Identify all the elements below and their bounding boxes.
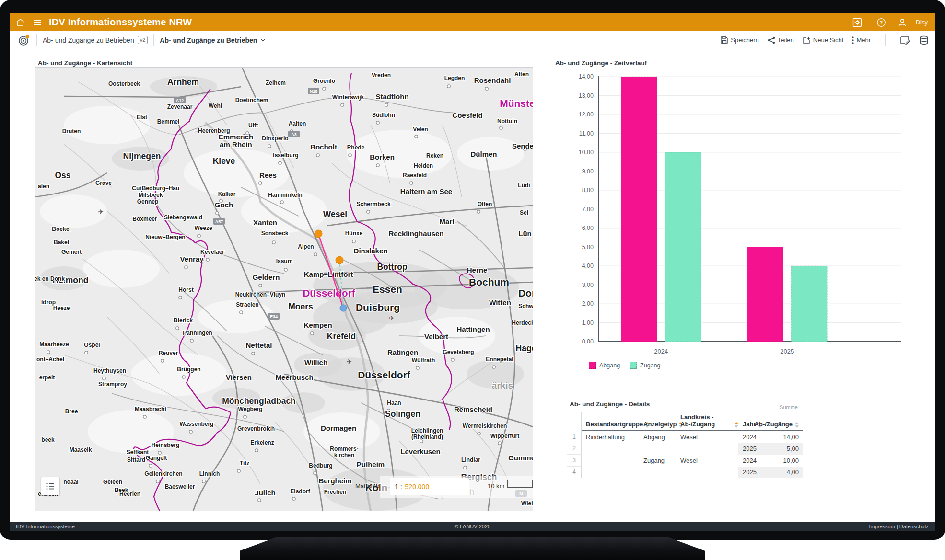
view-label: Ab- und Zugänge zu Betrieben: [160, 36, 257, 44]
help-icon[interactable]: ?: [875, 16, 888, 29]
map-label: Dinslaken: [354, 247, 388, 255]
map-label: ndaal: [63, 479, 78, 485]
map-label: Witten: [489, 298, 511, 307]
map-label: Mönchengladbach: [222, 396, 296, 406]
map-label: Boekel: [52, 226, 70, 232]
table-cell: Abgang: [639, 431, 676, 443]
scale-input[interactable]: 1 : 520.000: [390, 478, 469, 495]
home-icon[interactable]: [13, 16, 27, 29]
save-button[interactable]: Speichern: [720, 36, 759, 44]
table-header-3[interactable]: Landkreis - Ab-/Zugang: [676, 412, 738, 431]
map-label: Boxmeer: [132, 216, 157, 222]
map-label: Erkelenz: [250, 439, 274, 446]
row-index-cell: 4: [567, 467, 582, 479]
scale-prefix: 1 :: [395, 483, 402, 491]
user-icon[interactable]: [896, 16, 909, 29]
map-label: Wehl: [209, 103, 222, 109]
map-label: Herne: [467, 266, 488, 274]
user-name[interactable]: Disy: [916, 19, 928, 26]
y-tick-label: 6,00: [582, 225, 594, 231]
menu-icon[interactable]: [31, 16, 44, 29]
map-marker-orange[interactable]: [336, 256, 343, 264]
footer-links[interactable]: Impressum | Datenschutz: [869, 524, 929, 529]
y-tick-label: 14,00: [579, 73, 594, 80]
more-button[interactable]: Mehr: [852, 36, 871, 44]
version-badge: v2: [138, 36, 148, 44]
workspace-icon[interactable]: [17, 34, 31, 47]
table-cell: [582, 443, 639, 455]
map-label: Titz: [240, 460, 249, 467]
map-label: Kevelaer: [200, 249, 224, 255]
table-cell: [639, 443, 676, 455]
table-row[interactable]: 420254,00: [567, 467, 803, 479]
bar-abgang-2025[interactable]: [747, 247, 783, 342]
map-label: Reuver: [159, 350, 178, 356]
map-canvas: ✈✈✈A12N18A3A57E34MOosterbeekArnhemZelhem…: [35, 68, 533, 511]
map-label: Bree: [65, 408, 78, 415]
bar-chart[interactable]: 0,001,002,003,004,005,006,007,008,009,00…: [552, 71, 907, 368]
table-row[interactable]: 3ZugangWesel202410,00: [567, 455, 803, 467]
table-cell: Wesel: [676, 431, 738, 443]
workspace-selector[interactable]: Ab- und Zugänge zu Betrieben v2: [43, 36, 148, 44]
map-label: Senden: [512, 142, 533, 150]
workspace-label: Ab- und Zugänge zu Betrieben: [43, 36, 134, 44]
table-cell: [676, 443, 738, 455]
table-cell: 10,00: [770, 455, 803, 467]
table-header-5[interactable]: Ab-/ZugängeSumme: [770, 412, 803, 431]
map-label: Wegberg: [238, 406, 262, 412]
map-label: Ospel: [84, 342, 100, 348]
share-button[interactable]: Teilen: [768, 36, 794, 44]
map-label: Leichlingen(Rheinland): [411, 427, 443, 440]
legend-item-zugang[interactable]: Zugang: [630, 362, 660, 369]
footer-left: IDV Informationssysteme: [16, 524, 75, 529]
map-label: Winterswijk: [332, 94, 364, 101]
map-label: Stadtlohn: [375, 92, 408, 101]
map-label: Druten: [62, 128, 81, 135]
bar-zugang-2025[interactable]: [791, 266, 827, 342]
edit-note-button[interactable]: [900, 35, 910, 45]
map-label: Meerbusch: [275, 373, 313, 381]
table-cell: 5,00: [770, 443, 803, 455]
map-label: Rommers-kirchen: [330, 446, 358, 458]
map-label: Bottrop: [377, 262, 407, 272]
map-label: Maaseik: [70, 446, 92, 453]
app-screen: IDV Informationssysteme NRW ? Disy: [10, 13, 935, 531]
map-label: Nijmegen: [123, 151, 161, 161]
view-selector[interactable]: Ab- und Zugänge zu Betrieben: [160, 36, 266, 44]
map-label: Straelen: [236, 301, 258, 308]
table-cell: 2024: [738, 431, 770, 443]
map-label: Wassenberg: [180, 421, 214, 427]
map-label: Linnich: [199, 470, 220, 477]
map-label: Bakel: [54, 239, 69, 246]
table-cell: [676, 467, 738, 479]
map-view[interactable]: ✈✈✈A12N18A3A57E34MOosterbeekArnhemZelhem…: [35, 67, 533, 511]
table-row[interactable]: 1RinderhaltungAbgangWesel202414,00: [567, 431, 803, 443]
road-shield: A3: [288, 131, 300, 137]
table-header-2[interactable]: Anzeigetyp: [639, 412, 676, 431]
table-row[interactable]: 220255,00: [567, 443, 803, 455]
table-header-1[interactable]: Bestandsartgruppe: [582, 412, 639, 431]
map-label: Maarheeze: [39, 341, 69, 348]
map-label: Ulft: [248, 122, 258, 129]
map-label: Geldern: [253, 273, 280, 281]
map-marker-blue[interactable]: [340, 305, 347, 311]
database-button[interactable]: [919, 35, 929, 45]
map-marker-orange[interactable]: [315, 230, 322, 238]
map-label: Wipperfürt: [490, 433, 520, 439]
map-label: Remscheid: [454, 405, 492, 413]
map-legend-button[interactable]: [41, 477, 59, 495]
bar-zugang-2024[interactable]: [665, 152, 701, 342]
settings-icon[interactable]: [851, 16, 864, 29]
new-view-button[interactable]: Neue Sicht: [803, 36, 844, 44]
bar-abgang-2024[interactable]: [621, 77, 657, 342]
map-label: Schermbeck: [356, 201, 391, 207]
map-label: Gangelt: [146, 455, 167, 461]
map-label: Gevelsberg: [443, 349, 474, 355]
y-tick-label: 1,00: [582, 320, 594, 326]
map-label: Münster: [500, 98, 533, 109]
map-label: Essen: [373, 284, 402, 295]
legend-item-abgang[interactable]: Abgang: [589, 362, 620, 369]
map-label: Brüggen: [177, 366, 200, 373]
new-view-label: Neue Sicht: [813, 36, 844, 44]
database-icon: [919, 35, 929, 45]
